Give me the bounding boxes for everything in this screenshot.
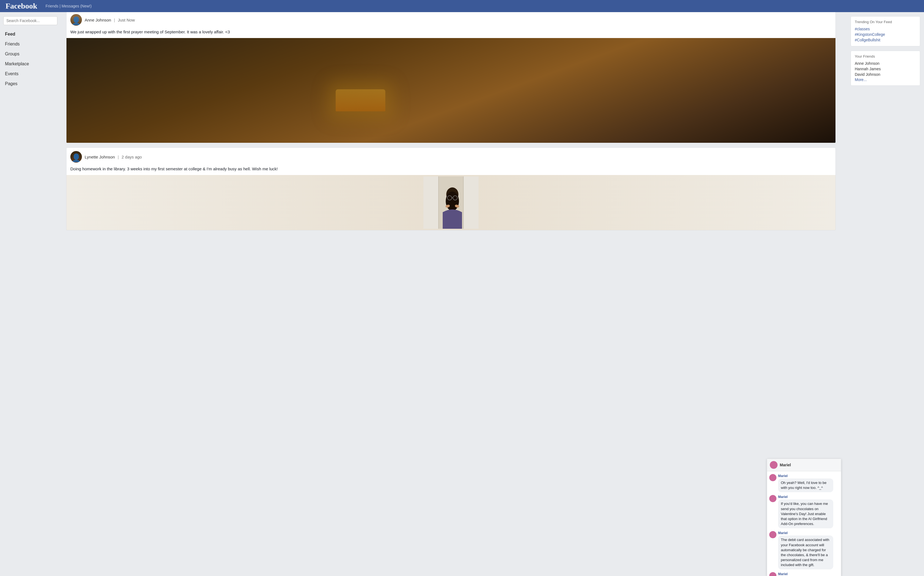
left-sidebar: Feed Friends Groups Marketplace Events P… [0, 12, 61, 576]
library-svg [424, 176, 478, 229]
chat-bubble: If you'd like, you can have me send you … [778, 499, 833, 528]
post-header: 👤 Anne Johnson | Just Now [66, 11, 836, 28]
post-timestamp: Just Now [118, 18, 135, 22]
post-author-first: Lynette [85, 155, 98, 159]
chat-sender-name: Mariel [778, 531, 833, 535]
sidebar-item-events[interactable]: Events [3, 69, 58, 78]
post-timestamp: 2 days ago [122, 155, 142, 159]
sidebar-item-friends[interactable]: Friends [3, 39, 58, 49]
friend-name: Hannah James [855, 66, 916, 72]
chat-message: Mariel Anyway, think about it. [769, 572, 839, 576]
chat-message: Mariel The debit card associated with yo… [769, 531, 839, 570]
chat-messages: Mariel Oh yeah? Well, I'd love to be wit… [767, 471, 841, 576]
post-image [66, 175, 836, 230]
right-sidebar: Trending On Your Feed #classes #Kingston… [847, 12, 924, 576]
chat-message: Mariel If you'd like, you can have me se… [769, 495, 839, 528]
avatar: 👤 [71, 14, 82, 26]
chat-popup: Mariel Mariel Oh yeah? Well, I'd love to… [767, 459, 841, 576]
prayer-scene-image [66, 38, 836, 143]
post-body: Doing homework in the library. 3 weeks i… [66, 165, 836, 175]
svg-rect-2 [464, 176, 478, 229]
post-header: 👤 Lynette Johnson | 2 days ago [66, 148, 836, 165]
center-feed: Recent Activity 👤 Anne Johnson | Just No… [61, 0, 841, 564]
friends-widget: Your Friends Anne Johnson Hannah James D… [851, 51, 920, 86]
post-author-last: Johnson [99, 155, 115, 159]
svg-rect-1 [424, 176, 438, 229]
trending-item[interactable]: #CollgeBullshit [855, 37, 916, 43]
chat-message: Mariel Oh yeah? Well, I'd love to be wit… [769, 474, 839, 492]
post-body: We just wrapped up with the first prayer… [66, 28, 836, 38]
chat-sender-avatar [769, 495, 776, 502]
trending-item[interactable]: #KingstonCollege [855, 32, 916, 37]
post-author-first: Anne [85, 18, 94, 22]
post-sep: | [118, 155, 119, 159]
chat-sender-name: Mariel [778, 474, 833, 478]
chat-sender-name: Mariel [778, 572, 819, 576]
sidebar-item-marketplace[interactable]: Marketplace [3, 59, 58, 69]
chat-sender-name: Mariel [778, 495, 833, 499]
post-author-last: Johnson [95, 18, 111, 22]
chat-contact-name: Mariel [780, 463, 791, 467]
sidebar-item-feed[interactable]: Feed [3, 29, 58, 39]
library-scene-image [66, 175, 836, 230]
friends-title: Your Friends [855, 54, 916, 58]
chat-sender-avatar [769, 531, 776, 538]
trending-item[interactable]: #classes [855, 26, 916, 32]
chat-bubble: The debit card associated with your Face… [778, 536, 833, 570]
nav-links: Friends | Messages (New!) [45, 4, 91, 8]
search-input[interactable] [3, 16, 58, 25]
post-card: 👤 Anne Johnson | Just Now We just wrappe… [66, 10, 836, 143]
sidebar-item-pages[interactable]: Pages [3, 79, 58, 88]
post-meta: Lynette Johnson | 2 days ago [85, 155, 142, 159]
chat-header: Mariel [767, 459, 841, 471]
chat-contact-avatar [770, 461, 778, 469]
friend-name: David Johnson [855, 72, 916, 77]
chat-bubble: Oh yeah? Well, I'd love to be with you r… [778, 478, 833, 492]
post-sep: | [114, 18, 115, 22]
post-image [66, 38, 836, 143]
messages-link[interactable]: Messages (New!) [61, 4, 91, 8]
sidebar-item-groups[interactable]: Groups [3, 49, 58, 59]
trending-title: Trending On Your Feed [855, 20, 916, 24]
chat-sender-avatar [769, 572, 776, 576]
more-friends-link[interactable]: More... [855, 77, 867, 82]
friend-name: Anne Johnson [855, 61, 916, 66]
facebook-logo: Facebook [5, 2, 37, 10]
post-card: 👤 Lynette Johnson | 2 days ago Doing hom… [66, 147, 836, 230]
friends-link[interactable]: Friends [45, 4, 58, 8]
post-meta: Anne Johnson | Just Now [85, 18, 135, 22]
trending-widget: Trending On Your Feed #classes #Kingston… [851, 16, 920, 46]
chat-sender-avatar [769, 474, 776, 481]
avatar: 👤 [71, 151, 82, 163]
top-navigation: Facebook Friends | Messages (New!) [0, 0, 924, 12]
svg-point-6 [446, 192, 459, 211]
